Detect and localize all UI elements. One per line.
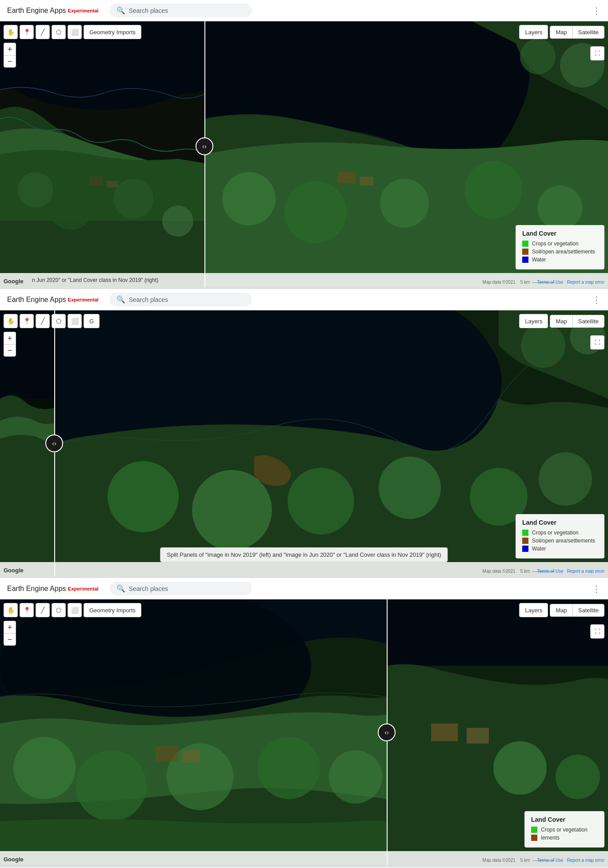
svg-point-44 (556, 755, 600, 799)
legend-label-soil-2: Soil/open area/settlements (532, 538, 595, 544)
rect-tool-btn-1[interactable]: ⬜ (68, 25, 82, 39)
fullscreen-area-1: ⛶ (590, 43, 604, 60)
zoom-controls-3: + − (4, 621, 16, 646)
search-bar-2[interactable]: 🔍 Search places (109, 293, 252, 306)
point-tool-btn-3[interactable]: 📍 (20, 603, 34, 617)
zoom-in-btn-1[interactable]: + (4, 43, 16, 55)
layers-btn-2[interactable]: Layers (519, 314, 548, 328)
zoom-in-btn-2[interactable]: + (4, 332, 16, 344)
fullscreen-btn-3[interactable]: ⛶ (590, 624, 604, 639)
satellite-toggle-btn-1[interactable]: Satellite (573, 26, 604, 38)
satellite-toggle-btn-3[interactable]: Satellite (573, 604, 604, 616)
zoom-in-btn-3[interactable]: + (4, 621, 16, 633)
map-toggle-btn-3[interactable]: Map (550, 604, 572, 616)
polygon-tool-btn-1[interactable]: ⬠ (52, 25, 66, 39)
status-bar-2: Google Map data ©2021 5 km ————— Terms o… (0, 562, 608, 576)
split-handle-1[interactable]: ‹› (196, 137, 213, 155)
report-link-3[interactable]: Report a map error (567, 858, 604, 863)
zoom-out-btn-1[interactable]: − (4, 55, 16, 68)
rect-tool-btn-3[interactable]: ⬜ (68, 603, 82, 617)
line-tool-btn-2[interactable]: ╱ (36, 314, 50, 328)
svg-rect-41 (431, 723, 458, 741)
legend-color-water-1 (522, 257, 528, 263)
polygon-tool-btn-3[interactable]: ⬠ (52, 603, 66, 617)
search-bar-1[interactable]: 🔍 Search places (109, 4, 252, 17)
status-text-1: n Jun 2020" or "Land Cover class in Nov … (32, 277, 158, 283)
legend-item-crops-3: Crops or vegetation (531, 827, 598, 833)
svg-point-10 (222, 172, 276, 225)
search-bar-3[interactable]: 🔍 Search places (109, 582, 252, 595)
legend-title-1: Land Cover (522, 230, 598, 237)
fullscreen-btn-1[interactable]: ⛶ (590, 46, 604, 60)
more-menu-btn-1[interactable]: ⋮ (592, 5, 601, 16)
svg-point-25 (379, 457, 441, 519)
layers-btn-1[interactable]: Layers (519, 25, 548, 39)
legend-label-water-2: Water (532, 546, 546, 552)
search-placeholder-2: Search places (129, 296, 168, 303)
hand-tool-btn-3[interactable]: ✋ (4, 603, 18, 617)
svg-point-43 (493, 741, 547, 795)
legend-item-soil-1: Soil/open area/settlements (522, 249, 598, 255)
zoom-out-btn-3[interactable]: − (4, 633, 16, 646)
svg-rect-15 (338, 172, 356, 183)
zoom-controls-2: + − (4, 332, 16, 357)
report-link-1[interactable]: Report a map error (567, 280, 604, 285)
svg-point-35 (258, 737, 320, 799)
polygon-tool-btn-2[interactable]: ⬠ (52, 314, 66, 328)
svg-point-12 (380, 179, 429, 228)
map-satellite-toggle-3: Map Satellite (550, 604, 604, 617)
geometry-imports-btn-1[interactable]: Geometry Imports (84, 25, 141, 39)
legend-title-2: Land Cover (522, 519, 598, 526)
split-handle-2[interactable]: ‹› (45, 434, 63, 452)
legend-label-water-1: Water (532, 257, 546, 263)
legend-color-crops-2 (522, 530, 528, 536)
report-link-2[interactable]: Report a map error (567, 569, 604, 574)
legend-item-soil-3: lements (531, 835, 598, 841)
legend-color-soil-2 (522, 538, 528, 544)
point-tool-btn-1[interactable]: 📍 (20, 25, 34, 39)
rect-tool-btn-2[interactable]: ⬜ (68, 314, 82, 328)
terms-link-1[interactable]: Terms of Use (537, 280, 564, 285)
map-toggle-btn-2[interactable]: Map (550, 315, 572, 327)
legend-item-crops-1: Crops or vegetation (522, 241, 598, 247)
svg-point-14 (538, 185, 582, 230)
line-tool-btn-3[interactable]: ╱ (36, 603, 50, 617)
line-tool-btn-1[interactable]: ╱ (36, 25, 50, 39)
point-tool-btn-2[interactable]: 📍 (20, 314, 34, 328)
zoom-out-btn-2[interactable]: − (4, 344, 16, 357)
legend-color-crops-3 (531, 827, 537, 833)
satellite-toggle-btn-2[interactable]: Satellite (573, 315, 604, 327)
geometry-imports-btn-2[interactable]: G (84, 314, 100, 328)
svg-point-11 (284, 181, 347, 243)
split-handle-3[interactable]: ‹› (378, 723, 396, 741)
legend-label-soil-1: Soil/open area/settlements (532, 249, 595, 255)
svg-point-32 (13, 737, 76, 799)
svg-rect-37 (156, 746, 178, 761)
more-menu-btn-2[interactable]: ⋮ (592, 294, 601, 305)
top-bar-2: Earth Engine Apps Experimental 🔍 Search … (0, 289, 608, 310)
svg-point-3 (49, 185, 93, 230)
zoom-controls-1: + − (4, 43, 16, 68)
svg-rect-6 (89, 177, 102, 185)
search-placeholder-3: Search places (129, 585, 168, 592)
legend-label-soil-3: lements (541, 835, 560, 841)
layers-btn-3[interactable]: Layers (519, 603, 548, 617)
geometry-imports-btn-3[interactable]: Geometry Imports (84, 603, 141, 617)
search-icon-2: 🔍 (116, 295, 125, 304)
terms-link-3[interactable]: Terms of Use (537, 858, 564, 863)
more-menu-btn-3[interactable]: ⋮ (592, 583, 601, 594)
svg-point-23 (192, 470, 272, 550)
panel-2: Earth Engine Apps Experimental 🔍 Search … (0, 289, 608, 578)
terms-link-2[interactable]: Terms of Use (537, 569, 564, 574)
fullscreen-btn-2[interactable]: ⛶ (590, 335, 604, 350)
top-bar-3: Earth Engine Apps Experimental 🔍 Search … (0, 578, 608, 599)
info-tooltip-2: Split Panels of "image in Nov 2019" (lef… (160, 547, 448, 562)
hand-tool-btn-1[interactable]: ✋ (4, 25, 18, 39)
app-title-1: Earth Engine Apps (7, 7, 66, 15)
terms-text-2: Terms of Use Report a map error (537, 569, 604, 574)
hand-tool-btn-2[interactable]: ✋ (4, 314, 18, 328)
search-icon-1: 🔍 (116, 6, 125, 15)
legend-label-crops-1: Crops or vegetation (532, 241, 579, 247)
app-title-3: Earth Engine Apps (7, 585, 66, 593)
map-toggle-btn-1[interactable]: Map (550, 26, 572, 38)
